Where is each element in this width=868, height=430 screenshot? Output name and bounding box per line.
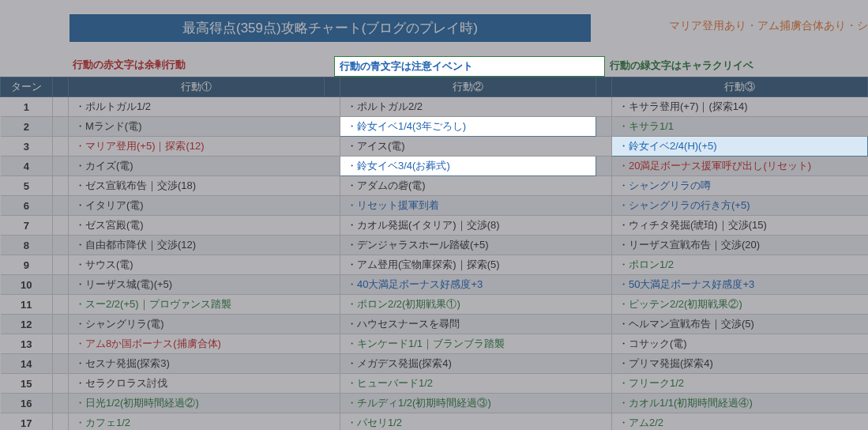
col-act3: 行動③ [612,77,868,97]
action-cell: ・アイス(電) [340,137,596,157]
action-cell: ・Mランド(電) [69,117,325,137]
table-row: 4・カイズ(電)・鈴女イベ3/4(お葬式)・20満足ボーナス援軍呼び出し(リセッ… [1,157,868,176]
action-cell [596,315,612,334]
col-sep1 [53,77,69,97]
action-cell [325,117,340,137]
action-cell: ・鈴女イベ1/4(3年ごろし) [340,117,596,137]
table-row: 12・シャングリラ(電)・ハウセスナースを尋問・ヘルマン宣戦布告｜交渉(5) [1,315,868,334]
action-cell [325,255,340,275]
action-cell [596,275,612,295]
action-cell: ・スー2/2(+5)｜プロヴァンス踏襲 [69,295,325,315]
action-cell: ・鈴女イベ2/4(H)(+5) [612,137,868,157]
action-cell: ・マリア登用(+5)｜探索(12) [69,137,325,157]
legend-green: 行動の緑文字はキャラクリイベ [605,56,758,77]
action-cell: ・ポルトガル2/2 [340,97,596,117]
action-cell [596,157,612,176]
action-cell: ・キサラ1/1 [612,117,868,137]
table-row: 7・ゼス宮殿(電)・カオル発掘(イタリア)｜交渉(8)・ウィチタ発掘(琥珀)｜交… [1,216,868,236]
action-cell [325,236,340,255]
turn-cell: 9 [1,255,53,275]
action-cell [53,275,69,295]
turn-cell: 13 [1,334,53,354]
action-cell: ・チルディ1/2(初期時間経過③) [340,394,596,413]
action-cell [53,255,69,275]
action-cell: ・20満足ボーナス援軍呼び出し(リセット) [612,157,868,176]
turn-cell: 14 [1,354,53,374]
page-title: 最高得点(359点)攻略チャート(ブログのプレイ時) [70,14,591,42]
action-cell: ・50大満足ボーナス好感度+3 [612,275,868,295]
table-row: 3・マリア登用(+5)｜探索(12)・アイス(電)・鈴女イベ2/4(H)(+5) [1,137,868,157]
action-cell [53,334,69,354]
action-cell [53,394,69,413]
action-cell: ・シャングリラの噂 [612,176,868,196]
action-cell [325,216,340,236]
action-cell: ・カオル1/1(初期時間経過④) [612,394,868,413]
turn-cell: 6 [1,196,53,216]
action-cell [53,295,69,315]
turn-cell: 8 [1,236,53,255]
action-cell [53,196,69,216]
turn-cell: 17 [1,413,53,431]
table-row: 5・ゼス宣戦布告｜交渉(18)・アダムの砦(電)・シャングリラの噂 [1,176,868,196]
action-cell [53,315,69,334]
action-cell [325,275,340,295]
action-cell: ・40大満足ボーナス好感度+3 [340,275,596,295]
action-cell: ・プリマ発掘(探索4) [612,354,868,374]
action-cell: ・カオル発掘(イタリア)｜交渉(8) [340,216,596,236]
action-cell [325,354,340,374]
action-cell: ・アム登用(宝物庫探索)｜探索(5) [340,255,596,275]
table-row: 8・自由都市降伏｜交渉(12)・デンジャラスホール踏破(+5)・リーザス宣戦布告… [1,236,868,255]
turn-cell: 4 [1,157,53,176]
col-act1: 行動① [69,77,325,97]
action-cell [53,354,69,374]
table-row: 16・日光1/2(初期時間経過②)・チルディ1/2(初期時間経過③)・カオル1/… [1,394,868,413]
action-cell: ・アム2/2 [612,413,868,431]
action-cell [53,137,69,157]
action-cell: ・キサラ登用(+7)｜(探索14) [612,97,868,117]
action-cell: ・キンケード1/1｜ブランブラ踏襲 [340,334,596,354]
action-cell: ・ヒューバード1/2 [340,374,596,394]
action-cell [325,176,340,196]
legend-row: 行動の赤文字は余剰行動 行動の青文字は注意イベント 行動の緑文字はキャラクリイベ [0,56,868,77]
turn-cell: 1 [1,97,53,117]
legend-blue: 行動の青文字は注意イベント [334,56,605,77]
action-cell [596,236,612,255]
action-cell: ・ヘルマン宣戦布告｜交渉(5) [612,315,868,334]
action-cell: ・デンジャラスホール踏破(+5) [340,236,596,255]
action-cell [596,374,612,394]
action-cell [325,334,340,354]
action-cell: ・カイズ(電) [69,157,325,176]
action-cell: ・コサック(電) [612,334,868,354]
action-cell: ・イタリア(電) [69,196,325,216]
action-cell: ・ポロン2/2(初期戦果①) [340,295,596,315]
action-cell [53,176,69,196]
action-cell: ・アム8か国ボーナス(捕虜合体) [69,334,325,354]
col-act2: 行動② [340,77,596,97]
table-row: 13・アム8か国ボーナス(捕虜合体)・キンケード1/1｜ブランブラ踏襲・コサック… [1,334,868,354]
table-row: 11・スー2/2(+5)｜プロヴァンス踏襲・ポロン2/2(初期戦果①)・ピッテン… [1,295,868,315]
table-row: 15・セラクロラス討伐・ヒューバード1/2・フリーク1/2 [1,374,868,394]
action-cell: ・ハウセスナースを尋問 [340,315,596,334]
turn-cell: 16 [1,394,53,413]
table-row: 14・セスナ発掘(探索3)・メガデス発掘(探索4)・プリマ発掘(探索4) [1,354,868,374]
action-cell [53,117,69,137]
action-cell [53,236,69,255]
action-cell [53,413,69,431]
action-cell [596,97,612,117]
action-cell [596,137,612,157]
turn-cell: 3 [1,137,53,157]
action-cell [596,413,612,431]
table-row: 10・リーザス城(電)(+5)・40大満足ボーナス好感度+3・50大満足ボーナス… [1,275,868,295]
action-cell: ・ウィチタ発掘(琥珀)｜交渉(15) [612,216,868,236]
table-row: 6・イタリア(電)・リセット援軍到着・シャングリラの行き方(+5) [1,196,868,216]
action-cell [53,216,69,236]
action-cell [325,295,340,315]
strategy-table: ターン 行動① 行動② 行動③ 1・ポルトガル1/2・ポルトガル2/2・キサラ登… [0,77,868,430]
turn-cell: 10 [1,275,53,295]
action-cell [325,394,340,413]
action-cell [325,137,340,157]
action-cell [325,97,340,117]
action-cell: ・日光1/2(初期時間経過②) [69,394,325,413]
action-cell: ・サウス(電) [69,255,325,275]
action-cell: ・リセット援軍到着 [340,196,596,216]
